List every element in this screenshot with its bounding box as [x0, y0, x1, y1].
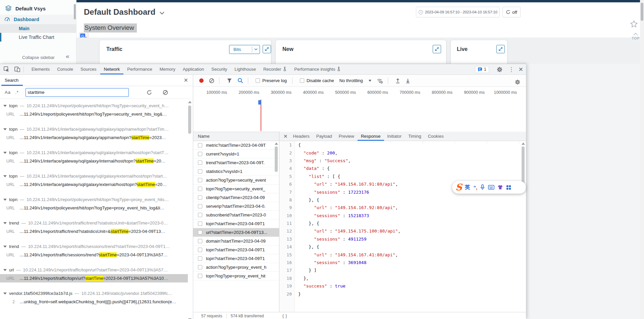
twisty-expanded-icon[interactable] [3, 222, 7, 224]
tab-security[interactable]: Security [208, 64, 231, 74]
request-checkbox[interactable] [198, 204, 202, 208]
network-settings-gear-icon[interactable] [513, 78, 522, 86]
detail-tab-response[interactable]: Response [358, 132, 384, 141]
expand-card-button[interactable] [496, 45, 505, 53]
search-result-header[interactable]: topn—10.224.11.249/v1/report/policyevent… [0, 102, 188, 110]
twisty-expanded-icon[interactable] [3, 175, 7, 177]
ime-language-toggle[interactable]: 英 [465, 184, 470, 191]
network-search-icon[interactable] [237, 78, 243, 83]
tab-network[interactable]: Network [100, 64, 124, 74]
record-button[interactable] [199, 78, 204, 83]
filter-icon[interactable] [227, 78, 232, 83]
search-match-line[interactable]: URL…11.249/v1/report/policyevent/hit/top… [0, 110, 188, 118]
search-match-line[interactable]: URL…11.249/v1/report/policyevent/hit/top… [0, 204, 188, 212]
auto-refresh-toggle[interactable]: off [502, 7, 521, 17]
skin-shirt-icon[interactable] [497, 185, 503, 190]
detail-tab-cookies[interactable]: Cookies [425, 132, 447, 141]
twisty-expanded-icon[interactable] [3, 269, 7, 271]
search-clear-icon[interactable] [161, 88, 170, 97]
collapse-sidebar-button[interactable]: Collapse sidebar « [0, 52, 76, 62]
twisty-expanded-icon[interactable] [3, 105, 7, 107]
settings-gear-icon[interactable] [495, 65, 504, 74]
scroll-up-arrow-icon[interactable] [522, 142, 525, 145]
request-checkbox[interactable] [198, 161, 202, 165]
tab-memory[interactable]: Memory [156, 64, 179, 74]
regex-toggle[interactable]: .* [15, 90, 19, 95]
search-match-line[interactable]: URL…11.249/v1/report/traffic/topn/url?st… [0, 274, 188, 282]
search-result-header[interactable]: url—10.224.11.249/v1/report/traffic/topn… [0, 266, 188, 274]
issues-counter[interactable]: 1 [475, 66, 489, 73]
device-toolbar-icon[interactable] [13, 65, 21, 74]
search-input[interactable] [25, 88, 129, 97]
request-checkbox[interactable] [198, 239, 202, 243]
request-row[interactable]: domain?startTime=2023-04-09 [193, 237, 279, 246]
sidebar-item-main[interactable]: Main [0, 24, 76, 33]
search-tab[interactable]: Search [5, 78, 18, 83]
detail-close-icon[interactable]: ✕ [283, 133, 288, 139]
twisty-expanded-icon[interactable] [3, 128, 7, 130]
request-checkbox[interactable] [198, 274, 202, 278]
request-checkbox[interactable] [198, 265, 202, 269]
tab-recorder[interactable]: Recorder [260, 64, 290, 74]
request-checkbox[interactable] [198, 152, 202, 156]
checkbox[interactable] [256, 78, 260, 83]
search-result-header[interactable]: topn—10.224.11.249/v1/interface/gateway/… [0, 125, 188, 133]
search-refresh-icon[interactable] [145, 88, 154, 97]
twisty-expanded-icon[interactable] [3, 293, 7, 295]
search-match-line[interactable]: URL…11.249/v1/interface/gateway/sql/gala… [0, 133, 188, 142]
request-checkbox[interactable] [198, 221, 202, 226]
detail-tab-timing[interactable]: Timing [405, 132, 425, 141]
detail-tab-initiator[interactable]: Initiator [384, 132, 405, 141]
soft-keyboard-icon[interactable] [488, 185, 494, 190]
request-row[interactable]: topn?logType=proxy_event_hit [193, 272, 279, 280]
tab-sources[interactable]: Sources [77, 64, 100, 74]
search-match-line[interactable]: URL…11.249/v1/interface/gateway/sql/gala… [0, 157, 188, 165]
request-row[interactable]: action?logType=proxy_event_h [193, 263, 279, 272]
search-result-header[interactable]: topn—10.224.11.249/v1/interface/gateway/… [0, 172, 188, 180]
twisty-expanded-icon[interactable] [3, 246, 7, 248]
scroll-up-arrow-icon[interactable] [188, 101, 192, 103]
waterfall-overview[interactable] [193, 99, 526, 132]
request-checkbox[interactable] [198, 256, 202, 261]
request-row[interactable]: trend?startTime=2023-04-09T. [193, 158, 279, 167]
search-result-header[interactable]: topn—10.224.11.249/v1/report/policyevent… [0, 195, 188, 204]
request-checkbox[interactable] [198, 230, 202, 235]
search-scrollbar-thumb[interactable] [188, 106, 191, 134]
disable-cache-checkbox[interactable]: Disable cache [300, 78, 334, 83]
match-case-toggle[interactable]: Aa [5, 90, 11, 95]
request-checkbox[interactable] [198, 213, 202, 217]
twisty-expanded-icon[interactable] [3, 152, 7, 154]
search-result-header[interactable]: topn—10.224.11.249/v1/interface/gateway/… [0, 148, 188, 157]
request-checkbox[interactable] [198, 178, 202, 182]
format-json-button[interactable]: { } [282, 314, 287, 318]
detail-tab-preview[interactable]: Preview [335, 132, 358, 141]
search-match-line[interactable]: URL…11.249/v1/report/traffic/trend?stati… [0, 227, 188, 236]
throttling-dropdown[interactable]: No throttling [339, 78, 371, 83]
network-conditions-icon[interactable] [377, 78, 383, 83]
request-checkbox[interactable] [198, 195, 202, 200]
search-result-header[interactable]: trend—10.224.11.249/v1/report/traffic/se… [0, 242, 188, 251]
search-match-line[interactable]: URL…11.249/v1/interface/gateway/sql/gala… [0, 180, 188, 189]
request-row[interactable]: topn?startTime=2023-04-09T1 [193, 246, 279, 254]
tab-elements[interactable]: Elements [28, 64, 53, 74]
toolbox-grid-icon[interactable] [506, 185, 511, 190]
chevron-down-icon[interactable] [159, 11, 165, 15]
search-result-header[interactable]: trend—10.224.11.249/v1/report/traffic/tr… [0, 219, 188, 227]
request-row[interactable]: topn?logType=security_event_ [193, 185, 279, 193]
request-checkbox[interactable] [198, 143, 202, 147]
search-close-icon[interactable]: ✕ [184, 77, 188, 83]
response-scrollbar-thumb[interactable] [522, 146, 525, 187]
expand-card-button[interactable] [433, 45, 441, 53]
tab-console[interactable]: Console [53, 64, 77, 74]
sidebar-item-default-vsys[interactable]: Default Vsys [0, 3, 76, 13]
twisty-expanded-icon[interactable] [3, 199, 7, 201]
preserve-log-checkbox[interactable]: Preserve log [256, 78, 287, 83]
request-row[interactable]: clientip?startTime=2023-04-09 [193, 193, 279, 202]
expand-card-button[interactable] [263, 45, 271, 53]
sidebar-scrollbar-thumb[interactable] [74, 4, 76, 19]
export-har-icon[interactable] [406, 78, 410, 83]
tab-performance[interactable]: Performance [123, 64, 156, 74]
request-checkbox[interactable] [198, 187, 202, 191]
search-match-line[interactable]: 2…unktsg_front=self.webpackChunktsg_fron… [0, 298, 188, 306]
inspect-element-icon[interactable] [2, 65, 11, 74]
